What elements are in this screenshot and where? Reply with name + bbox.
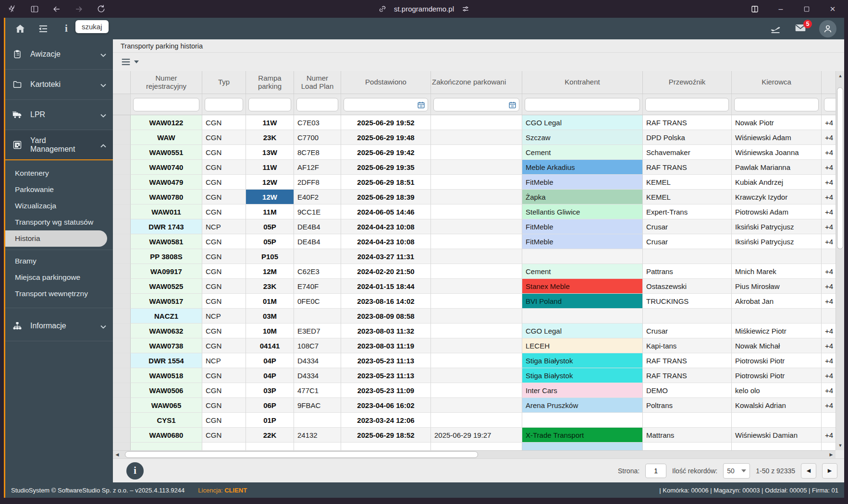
cell-podstawiono[interactable]: 2023-05-23 11:09 (341, 383, 431, 398)
cell-typ[interactable]: CGN (202, 115, 246, 130)
vertical-scroll-thumb[interactable] (837, 87, 843, 249)
cell-kierowca[interactable]: Pawlak Marianna (732, 160, 822, 175)
table-row[interactable]: WAW0680CGN22K241322025-06-29 18:522025-0… (113, 428, 836, 443)
filter-input-10[interactable] (824, 98, 836, 111)
cell-kontrahent[interactable]: FitMeble (522, 234, 643, 249)
cell-more-columns[interactable] (822, 309, 836, 324)
cell-numer-load-plan[interactable]: 9CC1E (294, 204, 341, 219)
cell-typ[interactable]: CGN (202, 398, 246, 413)
filter-input-1[interactable] (133, 98, 199, 111)
cell-podstawiono[interactable]: 2024-04-23 10:08 (341, 219, 431, 234)
cell-numer-rejestracyjny[interactable] (131, 443, 202, 450)
cell-numer-rejestracyjny[interactable]: WAW0517 (131, 294, 202, 309)
cell-typ[interactable]: CGN (202, 234, 246, 249)
cell-numer-load-plan[interactable]: D4334 (294, 353, 341, 368)
cell-kontrahent[interactable]: CGO Legal (522, 324, 643, 338)
cell-kierowca[interactable]: Miśkiewicz Piotr (732, 324, 822, 338)
cell-rampa-parking[interactable]: 11W (246, 160, 294, 175)
cell-zakonczone-parkowanie[interactable] (431, 324, 522, 338)
cell-rampa-parking[interactable]: 06P (246, 398, 294, 413)
cell-typ[interactable]: CGN (202, 175, 246, 190)
user-avatar[interactable] (819, 20, 836, 37)
cell-more-columns[interactable] (822, 413, 836, 428)
cell-kontrahent[interactable]: CGO Legal (522, 115, 643, 130)
table-row[interactable]: WAW0780CGN12WE40F22025-06-29 18:39ŻapkaK… (113, 190, 836, 204)
cell-typ[interactable]: CGN (202, 413, 246, 428)
cell-podstawiono[interactable]: 2024-01-15 18:44 (341, 279, 431, 294)
cell-zakonczone-parkowanie[interactable] (431, 160, 522, 175)
cell-zakonczone-parkowanie[interactable] (431, 443, 522, 450)
scroll-up-icon[interactable]: ▲ (837, 72, 844, 79)
cell-podstawiono[interactable]: 2023-08-16 14:02 (341, 294, 431, 309)
sidebar-item-informacje[interactable]: Informacje (5, 311, 113, 341)
cell-typ[interactable]: CGN (202, 145, 246, 160)
cell-numer-load-plan[interactable]: 108C7 (294, 338, 341, 353)
cell-kontrahent[interactable]: Stiga Białystok (522, 368, 643, 383)
plane-icon[interactable] (769, 23, 782, 35)
filter-input-9[interactable] (734, 98, 819, 111)
cell-numer-load-plan[interactable]: D4334 (294, 368, 341, 383)
horizontal-scrollbar[interactable]: ◀ ▶ (113, 450, 836, 458)
cell-more-columns[interactable] (822, 443, 836, 450)
cell-zakonczone-parkowanie[interactable] (431, 279, 522, 294)
filter-input-3[interactable] (248, 98, 291, 111)
cell-podstawiono[interactable]: 2025-06-29 18:51 (341, 175, 431, 190)
cell-typ[interactable]: CGN (202, 383, 246, 398)
table-row[interactable]: WAWCGN23KC77002025-06-29 19:48SzczawDPD … (113, 130, 836, 145)
cell-przewoznik[interactable]: TRUCKINGS (643, 294, 732, 309)
submenu-item-historia[interactable]: Historia (5, 230, 107, 247)
cell-rampa-parking[interactable]: 13W (246, 145, 294, 160)
cell-numer-load-plan[interactable] (294, 413, 341, 428)
cell-more-columns[interactable]: +4 (822, 338, 836, 353)
cell-typ[interactable]: CGN (202, 264, 246, 279)
cell-podstawiono[interactable]: 2024-02-20 21:50 (341, 264, 431, 279)
cell-typ[interactable] (202, 443, 246, 450)
cell-kontrahent[interactable]: FitMeble (522, 175, 643, 190)
cell-numer-load-plan[interactable]: 0FE0C (294, 294, 341, 309)
cell-numer-load-plan[interactable] (294, 443, 341, 450)
scroll-left-icon[interactable]: ◀ (114, 451, 121, 458)
cell-rampa-parking[interactable]: 11M (246, 204, 294, 219)
cell-podstawiono[interactable]: 2025-06-29 19:52 (341, 115, 431, 130)
filter-input-4[interactable] (296, 98, 338, 111)
cell-numer-rejestracyjny[interactable]: WAW0122 (131, 115, 202, 130)
column-header-kierowca[interactable]: Kierowca (732, 71, 822, 94)
cell-kierowca[interactable]: Piotrowski Piotr (732, 353, 822, 368)
cell-numer-load-plan[interactable]: 477C1 (294, 383, 341, 398)
cell-more-columns[interactable]: +4 (822, 204, 836, 219)
cell-przewoznik[interactable]: Crusar (643, 234, 732, 249)
cell-more-columns[interactable]: +4 (822, 175, 836, 190)
cell-podstawiono[interactable]: 2024-04-23 10:08 (341, 234, 431, 249)
cell-more-columns[interactable]: +4 (822, 234, 836, 249)
cell-zakonczone-parkowanie[interactable] (431, 353, 522, 368)
cell-more-columns[interactable]: +4 (822, 190, 836, 204)
table-row[interactable]: WAW0551CGN13W8C7E82025-06-29 19:42Cement… (113, 145, 836, 160)
cell-przewoznik[interactable]: Poltrans (643, 398, 732, 413)
mail-button[interactable]: 5 (794, 22, 807, 36)
cell-more-columns[interactable]: +4 (822, 115, 836, 130)
cell-more-columns[interactable]: +4 (822, 145, 836, 160)
column-header-numer-load-plan[interactable]: Numer Load Plan (294, 71, 341, 94)
cell-zakonczone-parkowanie[interactable]: 2025-06-29 19:27 (431, 428, 522, 443)
cell-przewoznik[interactable]: Expert-Trans (643, 204, 732, 219)
cell-more-columns[interactable]: +4 (822, 398, 836, 413)
table-row[interactable]: WAW0738CGN04141108C72023-08-03 11:19LECE… (113, 338, 836, 353)
cell-numer-rejestracyjny[interactable]: WAW0551 (131, 145, 202, 160)
cell-kontrahent[interactable]: BVI Poland (522, 294, 643, 309)
cell-przewoznik[interactable]: KEMEL (643, 190, 732, 204)
cell-more-columns[interactable]: +4 (822, 130, 836, 145)
cell-kierowca[interactable]: Mnich Marek (732, 264, 822, 279)
cell-kierowca[interactable]: Pius Mirosław (732, 279, 822, 294)
submenu-item-bramy[interactable]: Bramy (5, 253, 113, 269)
table-row[interactable]: CYS1CGN01P2023-03-24 12:06 (113, 413, 836, 428)
scroll-down-icon[interactable]: ▼ (837, 442, 844, 449)
cell-podstawiono[interactable]: 2023-03-24 12:06 (341, 413, 431, 428)
cell-kierowca[interactable]: Wiśniewski Adam (732, 130, 822, 145)
cell-numer-rejestracyjny[interactable]: DWR 1743 (131, 219, 202, 234)
cell-more-columns[interactable]: +4 (822, 383, 836, 398)
prev-page-button[interactable]: ◀ (801, 463, 816, 479)
cell-zakonczone-parkowanie[interactable] (431, 234, 522, 249)
cell-typ[interactable]: CGN (202, 294, 246, 309)
cell-przewoznik[interactable]: Schavemaker (643, 145, 732, 160)
cell-numer-load-plan[interactable]: E740F (294, 279, 341, 294)
